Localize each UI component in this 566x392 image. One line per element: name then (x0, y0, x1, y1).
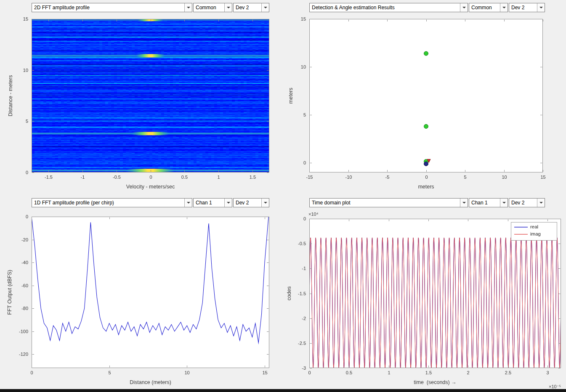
channel-value: Chan 1 (469, 199, 500, 207)
channel-value: Chan 1 (194, 199, 224, 207)
device-select[interactable]: Dev 2 (233, 198, 269, 207)
plot-type-select[interactable]: Time domain plot (309, 198, 468, 207)
chevron-down-icon (261, 3, 269, 12)
chevron-down-icon (261, 199, 269, 207)
radar-visualizer-window: 2D FFT amplitude profile Common Dev 2 De… (0, 0, 566, 392)
channel-select[interactable]: Chan 1 (193, 198, 232, 207)
panel-header-timedomain: Time domain plot Chan 1 Dev 2 (309, 198, 545, 207)
chevron-down-icon (224, 3, 232, 12)
chevron-down-icon (500, 199, 508, 207)
plot-type-value: Time domain plot (310, 199, 460, 207)
device-value: Dev 2 (234, 199, 261, 207)
channel-select[interactable]: Common (469, 3, 508, 12)
channel-value: Common (194, 3, 224, 12)
plot-type-value: Detection & Angle estimation Results (310, 3, 460, 12)
device-select[interactable]: Dev 2 (233, 3, 269, 12)
panel-header-1dfft: 1D FFT amplitude profile (per chirp) Cha… (32, 198, 269, 207)
chevron-down-icon (460, 199, 468, 207)
plot-type-value: 2D FFT amplitude profile (32, 3, 184, 12)
device-value: Dev 2 (234, 3, 261, 12)
chevron-down-icon (184, 3, 192, 12)
plot-type-select[interactable]: 1D FFT amplitude profile (per chirp) (32, 198, 192, 207)
chevron-down-icon (460, 3, 468, 12)
plot-type-select[interactable]: Detection & Angle estimation Results (309, 3, 468, 12)
channel-value: Common (469, 3, 500, 12)
chevron-down-icon (224, 199, 232, 207)
device-value: Dev 2 (509, 199, 537, 207)
fft1d-line-canvas (0, 208, 278, 389)
chevron-down-icon (537, 199, 545, 207)
device-select[interactable]: Dev 2 (509, 3, 545, 12)
range-doppler-heatmap-canvas (0, 13, 278, 193)
chevron-down-icon (537, 3, 545, 12)
taskbar-strip (0, 389, 566, 392)
device-select[interactable]: Dev 2 (509, 198, 545, 207)
panel-header-detection: Detection & Angle estimation Results Com… (309, 3, 545, 12)
chevron-down-icon (500, 3, 508, 12)
timedomain-wave-canvas (283, 208, 566, 389)
panel-header-2dfft: 2D FFT amplitude profile Common Dev 2 (32, 3, 269, 12)
chevron-down-icon (184, 199, 192, 207)
channel-select[interactable]: Chan 1 (469, 198, 508, 207)
device-value: Dev 2 (509, 3, 537, 12)
channel-select[interactable]: Common (193, 3, 232, 12)
plot-type-value: 1D FFT amplitude profile (per chirp) (32, 199, 184, 207)
detection-scatter-canvas (283, 13, 561, 193)
plot-type-select[interactable]: 2D FFT amplitude profile (32, 3, 192, 12)
